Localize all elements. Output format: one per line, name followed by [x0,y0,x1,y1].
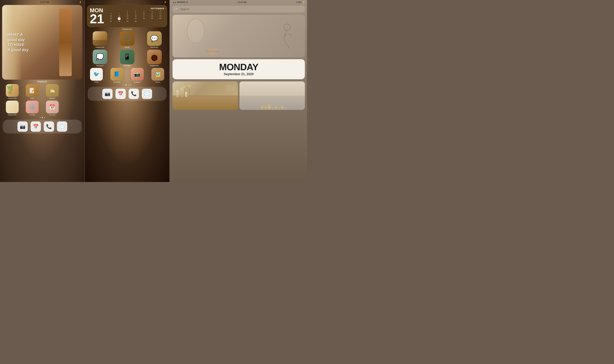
shelf-decor [206,51,219,52]
app-item-spotify[interactable]: 🎵 Spotify [114,31,140,48]
cal-cell: 28 [115,20,123,22]
app-item-settings[interactable]: ⚙️ Settings [23,101,42,116]
dock-phone-2[interactable]: 📞 [129,89,139,99]
app-item-twitter[interactable]: 🐦 Twitter [87,68,106,83]
pampas-left [183,83,190,96]
s2-app-grid-1: Widgetsmith 🎵 Spotify 💬 Messenger [85,31,169,49]
app-item-facebook[interactable]: 📘 Facebook [107,68,126,83]
cal-day-section: MON 21 [90,7,104,25]
app-item-ws-photo[interactable]: Widgetsmith [87,31,113,48]
battery-3: 32% [298,1,302,3]
cal-cell: 27 [107,20,115,22]
dot-2-1 [123,84,124,86]
status-right-3: ⌖ 32% ⚡ [296,1,305,3]
battery-icon-2: ⚡ [164,1,166,3]
app-name-whatsapp: Whatsapp [123,65,131,66]
bottom-photos [173,81,305,181]
cal-cell: 5 [156,10,164,13]
app-name-widgetsmith-l: Widgetsmith [8,114,17,116]
battery-icon-3: ⚡ [302,1,305,3]
app-item-messages[interactable]: 💭 Messages [87,50,113,66]
app-item-widgetsmith-small[interactable]: 🌴 Widgetsmith [3,84,22,99]
cal-date-num: 21 [90,13,104,25]
cal-cell: 30 [132,20,140,22]
large-widget-1[interactable]: WHAT Agood dayTO HAVEA good day [2,5,82,80]
app-item-widgetsmith-large[interactable]: Widgetsmith [3,101,22,116]
app-name-messages: Messages [96,65,104,66]
mirror-decor [187,18,205,43]
phone-screen-3: ▲▲ ROGERS ≋ 11:37 AM ⌖ 32% ⚡ 🔍 Search [170,0,307,182]
cal-cell: 23 [132,17,140,20]
svg-point-0 [284,24,290,30]
app-item-photos[interactable]: 🖼️ Photos [148,68,167,83]
app-name-ws-coffee: Widgetsmith [150,65,159,66]
location-icon-2: ⌖ [158,1,159,3]
app-item-messenger[interactable]: 💬 Messenger [141,31,167,48]
dot-1 [40,117,41,118]
cal-cell: 11 [148,13,156,15]
dot-2 [42,117,43,118]
cabinet-sim [173,96,238,110]
cal-cell: 1 [123,10,132,13]
app-item-instagram[interactable]: 📸 Instagram [128,68,147,83]
status-bar-3: ▲▲ ROGERS ≋ 11:37 AM ⌖ 32% ⚡ [170,0,307,4]
widget-label-1: Widgetsmith [0,81,84,83]
app-item-ws-coffee[interactable]: Widgetsmith [141,50,167,66]
phone-screen-1: ROGERS ▲ ≋ 11:37 AM ⌖ 32% ⚡ WHAT Agood d… [0,0,84,182]
app-name-ws-photo: Widgetsmith [95,46,104,48]
battery-2: 32% [159,1,163,3]
dock-camera-2[interactable]: 📷 [102,89,113,99]
dock-2: 📷 📅 📞 ✉️ [88,87,166,101]
status-right-1: ⌖ 32% ⚡ [73,1,82,3]
wall-frame [226,84,235,92]
app-item-whatsapp[interactable]: 📱 Whatsapp [114,50,140,66]
battery-icon-1: ⚡ [79,1,82,3]
cal-cell: 9 [132,13,140,15]
cal-cell: 4 [148,10,156,13]
app-item-calendar[interactable]: 📅 Calendar [43,101,62,116]
s2-app-grid-2: 💭 Messages 📱 Whatsapp Widgetsmith [85,49,169,67]
dock-mail-1[interactable]: ✉️ [57,121,67,132]
cal-cell: 2 [132,10,140,13]
app-item-empty [63,84,82,99]
bottom-photo-left[interactable] [173,81,238,110]
cal-cell: 16 [132,15,140,17]
dock-camera-1[interactable]: 📷 [17,121,28,132]
monday-widget[interactable]: MONDAY September 21, 2020 [173,59,305,79]
dock-mail-2[interactable]: ✉️ [142,89,152,99]
status-bar-1: ROGERS ▲ ≋ 11:37 AM ⌖ 32% ⚡ [0,0,84,4]
calendar-widget[interactable]: MON 21 SEPTEMBER 1 2 3 4 5 6 7 [87,5,167,27]
top-photo-widget[interactable] [173,15,305,57]
app-name-instagram: Instagram [134,81,141,83]
battery-1: 32% [75,1,79,3]
wifi-icon-2: ≋ [101,1,103,3]
app-item-notes[interactable]: 📝 Notes [23,84,42,99]
bottom-photo-right[interactable] [240,81,305,110]
signal-icon-1: ▲ [12,1,14,3]
s2-app-grid-3: 🐦 Twitter 📘 Facebook 📸 Instagram 🖼️ Phot… [85,67,169,84]
cal-cell: 8 [123,13,132,15]
cal-cell: 12 [156,13,164,15]
app-name-notes: Notes [30,97,35,99]
search-placeholder: Search [180,8,189,11]
time-1: 11:37 AM [40,1,49,3]
phone-screen-2: ▲▲ ROGERS ≋ 11:37 AM ⌖ 32% ⚡ MON 21 SEPT… [85,0,169,182]
dock-phone-1[interactable]: 📞 [44,121,54,132]
app-name-settings: Settings [29,114,35,116]
app-name-facebook: Facebook [113,81,120,83]
cal-cell [115,10,123,13]
cal-today: 21 [118,17,120,20]
app-item-weather[interactable]: ⛅ Weather [43,84,62,99]
app-name-weather: Weather [49,97,55,99]
app-name-twitter: Twitter [94,81,99,83]
carrier-3: ROGERS [177,1,186,3]
time-3: 11:37 AM [238,1,246,3]
cal-cell [107,10,115,13]
cal-cell: 24 [140,17,148,20]
cal-cell: 13 [107,15,115,17]
dock-calendar-2[interactable]: 📅 [115,89,126,99]
dock-calendar-1[interactable]: 📅 [31,121,41,132]
search-bar[interactable]: 🔍 Search [173,6,305,13]
page-dots-2 [85,84,169,86]
cal-cell: 14 [115,15,123,17]
